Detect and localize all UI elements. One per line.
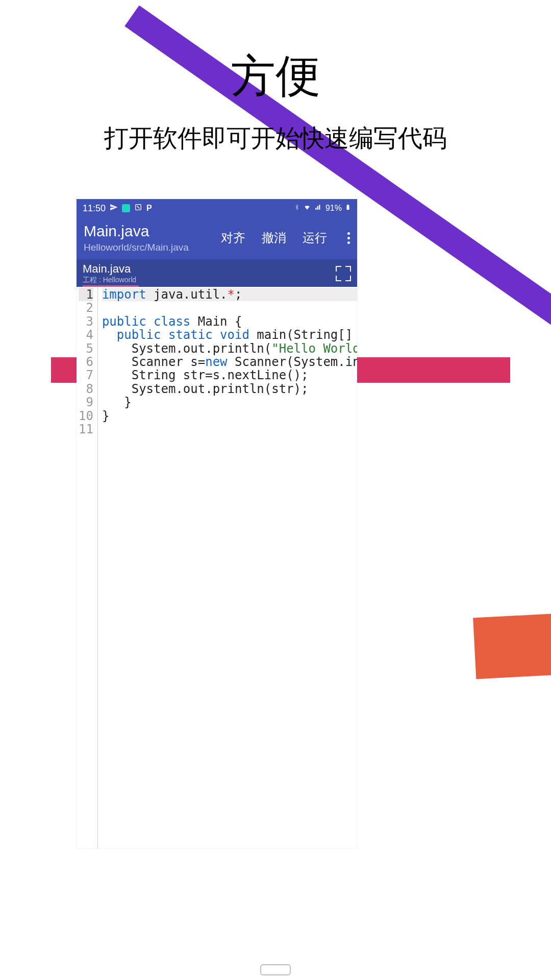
hero-title: 方便 (0, 46, 551, 107)
line-number: 5 (79, 342, 93, 355)
code-line[interactable]: import java.util.*; (102, 288, 357, 301)
code-line[interactable]: } (102, 396, 357, 409)
svg-rect-1 (347, 205, 349, 210)
hero-section: 方便 打开软件即可开始快速编写代码 (0, 0, 551, 155)
align-button[interactable]: 对齐 (221, 230, 245, 246)
fullscreen-icon[interactable] (336, 266, 351, 281)
line-number: 11 (79, 423, 93, 436)
code-line[interactable]: System.out.println(str); (102, 382, 357, 396)
tab-name: Main.java (83, 262, 136, 276)
app-title: Main.java (84, 223, 221, 240)
line-number: 4 (79, 328, 93, 341)
code-line[interactable]: } (102, 409, 357, 423)
code-line[interactable]: System.out.println("Hello World (102, 342, 357, 355)
line-number: 9 (79, 396, 93, 409)
wifi-icon (303, 204, 311, 213)
app-path: Helloworld/src/Main.java (84, 242, 221, 253)
line-number: 3 (79, 315, 93, 328)
status-time: 11:50 (83, 203, 106, 214)
battery-icon (345, 203, 351, 213)
line-number: 6 (79, 355, 93, 369)
tab-project-label: 工程 : Helloworld (83, 276, 136, 285)
status-right: 91% (294, 203, 351, 213)
status-bar: 11:50 P 91% (77, 199, 357, 217)
notification-icon (134, 203, 142, 213)
code-line[interactable]: public class Main { (102, 315, 357, 328)
code-line[interactable] (102, 423, 357, 436)
app-title-block: Main.java Helloworld/src/Main.java (84, 223, 221, 253)
app-bar: Main.java Helloworld/src/Main.java 对齐 撤消… (77, 217, 357, 259)
code-line[interactable] (102, 301, 357, 314)
status-left: 11:50 P (83, 203, 152, 214)
code-line[interactable]: String str=s.nextLine(); (102, 369, 357, 382)
code-editor[interactable]: 1234567891011 import java.util.*; public… (77, 287, 357, 848)
svg-rect-2 (347, 205, 348, 206)
p-icon: P (146, 204, 152, 213)
line-number: 2 (79, 301, 93, 314)
tab-main-java[interactable]: Main.java 工程 : Helloworld (83, 262, 136, 285)
code-area[interactable]: import java.util.*; public class Main { … (98, 287, 357, 848)
line-number: 7 (79, 369, 93, 382)
line-gutter: 1234567891011 (77, 287, 98, 848)
undo-button[interactable]: 撤消 (262, 230, 286, 246)
hero-subtitle: 打开软件即可开始快速编写代码 (0, 122, 551, 155)
telegram-icon (110, 203, 118, 213)
signal-icon (314, 204, 322, 213)
tab-bar: Main.java 工程 : Helloworld (77, 259, 357, 287)
run-button[interactable]: 运行 (303, 230, 327, 246)
line-number: 10 (79, 409, 93, 423)
tab-indicator (83, 285, 139, 287)
code-line[interactable]: Scanner s=new Scanner(System.in (102, 355, 357, 369)
bluetooth-icon (294, 204, 300, 213)
app-actions: 对齐 撤消 运行 (221, 230, 350, 246)
line-number: 1 (79, 288, 93, 301)
line-number: 8 (79, 382, 93, 396)
more-menu-icon[interactable] (343, 232, 350, 244)
system-nav-bar (0, 960, 551, 980)
camera-icon (122, 204, 130, 212)
decorative-orange-stripe (473, 607, 551, 679)
code-line[interactable]: public static void main(String[] (102, 328, 357, 341)
battery-percent: 91% (325, 204, 342, 213)
device-screenshot: 11:50 P 91% (77, 199, 357, 848)
nav-home-button[interactable] (260, 964, 291, 975)
